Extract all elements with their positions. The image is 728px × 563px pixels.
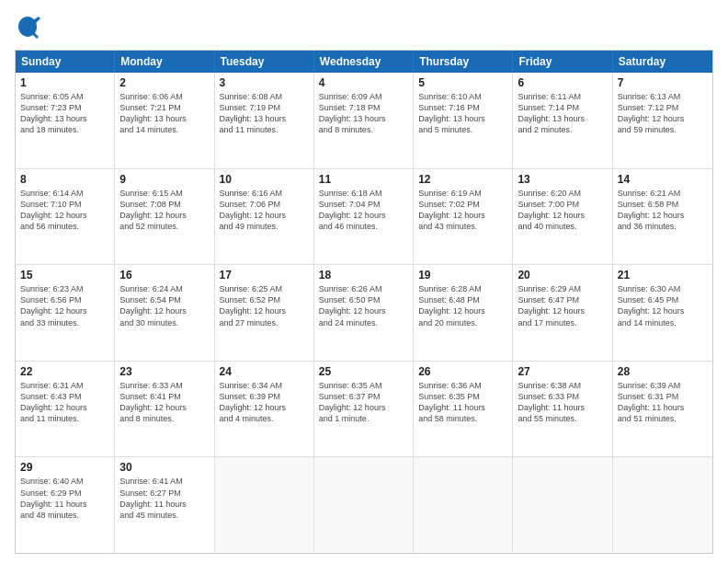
calendar-cell: 10Sunrise: 6:16 AMSunset: 7:06 PMDayligh… bbox=[215, 169, 314, 265]
calendar-cell: 12Sunrise: 6:19 AMSunset: 7:02 PMDayligh… bbox=[414, 169, 513, 265]
day-number: 24 bbox=[220, 365, 309, 378]
day-number: 16 bbox=[119, 269, 209, 282]
day-number: 22 bbox=[20, 365, 109, 378]
calendar-cell: 2Sunrise: 6:06 AMSunset: 7:21 PMDaylight… bbox=[115, 73, 214, 168]
calendar: SundayMondayTuesdayWednesdayThursdayFrid… bbox=[15, 50, 713, 554]
day-number: 4 bbox=[319, 76, 408, 89]
day-number: 21 bbox=[618, 269, 708, 282]
logo-icon bbox=[15, 15, 40, 40]
calendar-cell: 29Sunrise: 6:40 AMSunset: 6:29 PMDayligh… bbox=[16, 457, 115, 553]
cell-info: Sunrise: 6:36 AMSunset: 6:35 PMDaylight:… bbox=[418, 380, 507, 425]
day-number: 29 bbox=[20, 461, 109, 474]
calendar-cell bbox=[613, 457, 712, 553]
calendar-cell: 13Sunrise: 6:20 AMSunset: 7:00 PMDayligh… bbox=[513, 169, 612, 265]
day-number: 2 bbox=[119, 76, 209, 89]
calendar-cell: 24Sunrise: 6:34 AMSunset: 6:39 PMDayligh… bbox=[215, 362, 314, 457]
day-number: 12 bbox=[418, 173, 507, 186]
calendar-cell: 5Sunrise: 6:10 AMSunset: 7:16 PMDaylight… bbox=[414, 73, 513, 168]
cell-info: Sunrise: 6:18 AMSunset: 7:04 PMDaylight:… bbox=[319, 188, 408, 233]
cell-info: Sunrise: 6:11 AMSunset: 7:14 PMDaylight:… bbox=[518, 91, 607, 136]
calendar-cell: 17Sunrise: 6:25 AMSunset: 6:52 PMDayligh… bbox=[215, 265, 314, 361]
logo bbox=[15, 15, 44, 40]
calendar-cell: 8Sunrise: 6:14 AMSunset: 7:10 PMDaylight… bbox=[16, 169, 115, 265]
cell-info: Sunrise: 6:39 AMSunset: 6:31 PMDaylight:… bbox=[618, 380, 708, 425]
weekday-header: Saturday bbox=[613, 51, 712, 73]
cell-info: Sunrise: 6:25 AMSunset: 6:52 PMDaylight:… bbox=[220, 283, 309, 328]
calendar-cell: 11Sunrise: 6:18 AMSunset: 7:04 PMDayligh… bbox=[314, 169, 414, 265]
cell-info: Sunrise: 6:13 AMSunset: 7:12 PMDaylight:… bbox=[618, 91, 708, 136]
cell-info: Sunrise: 6:10 AMSunset: 7:16 PMDaylight:… bbox=[418, 91, 507, 136]
cell-info: Sunrise: 6:35 AMSunset: 6:37 PMDaylight:… bbox=[319, 380, 408, 425]
cell-info: Sunrise: 6:08 AMSunset: 7:19 PMDaylight:… bbox=[220, 91, 309, 136]
day-number: 15 bbox=[20, 269, 109, 282]
weekday-header: Thursday bbox=[414, 51, 513, 73]
cell-info: Sunrise: 6:30 AMSunset: 6:45 PMDaylight:… bbox=[618, 283, 708, 328]
weekday-header: Tuesday bbox=[215, 51, 314, 73]
weekday-header: Friday bbox=[513, 51, 612, 73]
day-number: 18 bbox=[319, 269, 408, 282]
calendar-body: 1Sunrise: 6:05 AMSunset: 7:23 PMDaylight… bbox=[16, 73, 712, 553]
day-number: 11 bbox=[319, 173, 408, 186]
calendar-cell: 19Sunrise: 6:28 AMSunset: 6:48 PMDayligh… bbox=[414, 265, 513, 361]
calendar-cell bbox=[215, 457, 314, 553]
day-number: 14 bbox=[618, 173, 708, 186]
page: SundayMondayTuesdayWednesdayThursdayFrid… bbox=[0, 0, 728, 563]
cell-info: Sunrise: 6:23 AMSunset: 6:56 PMDaylight:… bbox=[20, 283, 109, 328]
calendar-cell: 15Sunrise: 6:23 AMSunset: 6:56 PMDayligh… bbox=[16, 265, 115, 361]
day-number: 27 bbox=[518, 365, 607, 378]
calendar-cell: 3Sunrise: 6:08 AMSunset: 7:19 PMDaylight… bbox=[215, 73, 314, 168]
day-number: 7 bbox=[618, 76, 708, 89]
day-number: 13 bbox=[518, 173, 607, 186]
header bbox=[15, 15, 713, 40]
calendar-cell: 25Sunrise: 6:35 AMSunset: 6:37 PMDayligh… bbox=[314, 362, 414, 457]
day-number: 23 bbox=[119, 365, 209, 378]
day-number: 6 bbox=[518, 76, 607, 89]
cell-info: Sunrise: 6:09 AMSunset: 7:18 PMDaylight:… bbox=[319, 91, 408, 136]
calendar-cell: 23Sunrise: 6:33 AMSunset: 6:41 PMDayligh… bbox=[115, 362, 214, 457]
calendar-row: 8Sunrise: 6:14 AMSunset: 7:10 PMDaylight… bbox=[16, 169, 712, 266]
calendar-row: 1Sunrise: 6:05 AMSunset: 7:23 PMDaylight… bbox=[16, 73, 712, 169]
cell-info: Sunrise: 6:31 AMSunset: 6:43 PMDaylight:… bbox=[20, 380, 109, 425]
cell-info: Sunrise: 6:05 AMSunset: 7:23 PMDaylight:… bbox=[20, 91, 109, 136]
calendar-header: SundayMondayTuesdayWednesdayThursdayFrid… bbox=[16, 51, 712, 73]
day-number: 5 bbox=[418, 76, 507, 89]
weekday-header: Wednesday bbox=[314, 51, 414, 73]
cell-info: Sunrise: 6:34 AMSunset: 6:39 PMDaylight:… bbox=[220, 380, 309, 425]
cell-info: Sunrise: 6:15 AMSunset: 7:08 PMDaylight:… bbox=[119, 188, 209, 233]
calendar-cell: 27Sunrise: 6:38 AMSunset: 6:33 PMDayligh… bbox=[513, 362, 612, 457]
day-number: 30 bbox=[119, 461, 209, 474]
cell-info: Sunrise: 6:26 AMSunset: 6:50 PMDaylight:… bbox=[319, 283, 408, 328]
day-number: 25 bbox=[319, 365, 408, 378]
calendar-cell: 1Sunrise: 6:05 AMSunset: 7:23 PMDaylight… bbox=[16, 73, 115, 168]
day-number: 20 bbox=[518, 269, 607, 282]
day-number: 28 bbox=[618, 365, 708, 378]
cell-info: Sunrise: 6:14 AMSunset: 7:10 PMDaylight:… bbox=[20, 188, 109, 233]
calendar-cell: 9Sunrise: 6:15 AMSunset: 7:08 PMDaylight… bbox=[115, 169, 214, 265]
cell-info: Sunrise: 6:33 AMSunset: 6:41 PMDaylight:… bbox=[119, 380, 209, 425]
day-number: 9 bbox=[119, 173, 209, 186]
calendar-cell: 16Sunrise: 6:24 AMSunset: 6:54 PMDayligh… bbox=[115, 265, 214, 361]
cell-info: Sunrise: 6:19 AMSunset: 7:02 PMDaylight:… bbox=[418, 188, 507, 233]
cell-info: Sunrise: 6:24 AMSunset: 6:54 PMDaylight:… bbox=[119, 283, 209, 328]
cell-info: Sunrise: 6:40 AMSunset: 6:29 PMDaylight:… bbox=[20, 476, 109, 521]
calendar-cell: 20Sunrise: 6:29 AMSunset: 6:47 PMDayligh… bbox=[513, 265, 612, 361]
day-number: 17 bbox=[220, 269, 309, 282]
calendar-row: 29Sunrise: 6:40 AMSunset: 6:29 PMDayligh… bbox=[16, 457, 712, 553]
day-number: 26 bbox=[418, 365, 507, 378]
weekday-header: Sunday bbox=[16, 51, 115, 73]
day-number: 8 bbox=[20, 173, 109, 186]
day-number: 19 bbox=[418, 269, 507, 282]
calendar-cell: 21Sunrise: 6:30 AMSunset: 6:45 PMDayligh… bbox=[613, 265, 712, 361]
calendar-cell: 14Sunrise: 6:21 AMSunset: 6:58 PMDayligh… bbox=[613, 169, 712, 265]
calendar-row: 15Sunrise: 6:23 AMSunset: 6:56 PMDayligh… bbox=[16, 265, 712, 362]
calendar-cell bbox=[314, 457, 414, 553]
cell-info: Sunrise: 6:28 AMSunset: 6:48 PMDaylight:… bbox=[418, 283, 507, 328]
day-number: 1 bbox=[20, 76, 109, 89]
calendar-cell: 28Sunrise: 6:39 AMSunset: 6:31 PMDayligh… bbox=[613, 362, 712, 457]
calendar-row: 22Sunrise: 6:31 AMSunset: 6:43 PMDayligh… bbox=[16, 362, 712, 458]
cell-info: Sunrise: 6:16 AMSunset: 7:06 PMDaylight:… bbox=[220, 188, 309, 233]
calendar-cell: 26Sunrise: 6:36 AMSunset: 6:35 PMDayligh… bbox=[414, 362, 513, 457]
day-number: 10 bbox=[220, 173, 309, 186]
cell-info: Sunrise: 6:38 AMSunset: 6:33 PMDaylight:… bbox=[518, 380, 607, 425]
calendar-cell: 18Sunrise: 6:26 AMSunset: 6:50 PMDayligh… bbox=[314, 265, 414, 361]
